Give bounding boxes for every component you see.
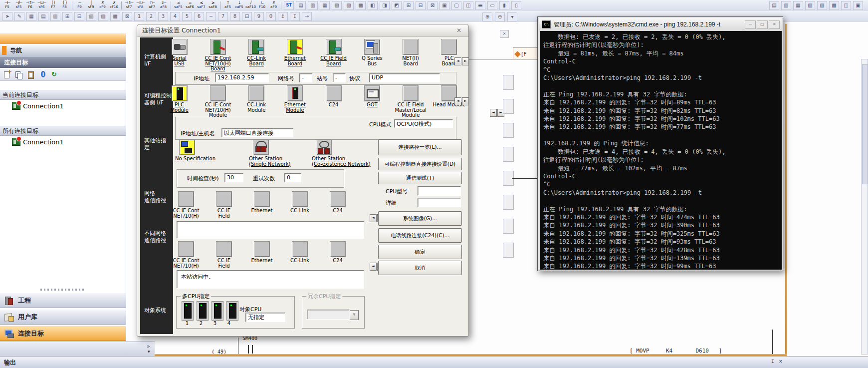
toolbar-icon[interactable]: → [302, 12, 312, 21]
toolbar-icon[interactable]: 1 [134, 12, 144, 21]
toolbar-icon[interactable]: ⊞ [404, 1, 414, 10]
toolbar-icon[interactable]: ◫ [463, 1, 473, 10]
retry-count-field[interactable]: 0 [284, 173, 301, 182]
editor-scroll-arrows[interactable]: ◄ ► [490, 109, 504, 117]
cpu-module-icon[interactable] [226, 301, 238, 321]
toolbar-icon[interactable]: ▤ [38, 12, 48, 21]
connection-list-item[interactable]: Connection1 [0, 137, 126, 147]
cpu-module-icon[interactable] [182, 301, 194, 321]
ip-address-field[interactable]: 192.168.2.59 [215, 73, 269, 82]
network-route-option[interactable]: CC IE Field [205, 191, 243, 219]
info-icon[interactable] [38, 70, 48, 80]
toolbar-icon[interactable]: 5 [182, 12, 192, 21]
station-option[interactable]: Other Station (Single Network) [248, 139, 311, 169]
toolbar-icon[interactable]: 2 [146, 12, 156, 21]
minimize-icon[interactable]: ─ [745, 20, 756, 29]
target-cpu-field[interactable]: 无指定 [245, 313, 285, 322]
toolbar-icon[interactable]: 8 [230, 12, 240, 21]
sidebar-collapse-row[interactable]: » ▾ [0, 342, 155, 357]
maximize-icon[interactable]: ▢ [757, 20, 768, 29]
network-route-option[interactable]: CC IE Field [205, 241, 243, 269]
scrollbar-thumb[interactable] [862, 64, 868, 184]
toolbar-icon[interactable]: ▧ [86, 12, 96, 21]
network-route-option[interactable]: CC IE Cont NET/10(H) [167, 191, 205, 219]
dialog-button[interactable]: 连接路径一览(L)... [378, 139, 462, 155]
toolbar-icon[interactable]: ◨ [380, 1, 390, 10]
network-route-option[interactable]: CC-Link [281, 241, 319, 269]
ladder-tool-F7[interactable]: ( )F7 [47, 0, 59, 10]
ladder-tool-F10[interactable]: ∟F10 [256, 0, 268, 10]
station-option[interactable]: No Specification [174, 139, 248, 169]
host-name-field[interactable]: 以太网端口直接连接 [221, 128, 293, 137]
copy-icon[interactable] [14, 70, 24, 80]
sidebar-item-project[interactable]: 工程 [0, 293, 126, 308]
cmd-title-bar[interactable]: C:\ 管理员: C:\Windows\system32\cmd.exe - p… [539, 18, 782, 31]
device-option[interactable]: PLC Board [430, 39, 468, 72]
toolbar-icon[interactable]: ▣ [439, 1, 449, 10]
ladder-tool-aF7[interactable]: ↾⊢aF7 [146, 0, 158, 10]
scroll-left-icon[interactable]: ◄ [370, 263, 377, 271]
toolbar-icon[interactable]: ▧ [332, 1, 342, 10]
toolbar-icon[interactable]: ▮ [499, 1, 509, 10]
program-tab[interactable]: [F [513, 47, 538, 60]
toolbar-icon[interactable]: ▢ [451, 1, 461, 10]
toolbar-icon[interactable]: ▦ [320, 1, 330, 10]
toolbar-icon[interactable]: ▦ [26, 12, 36, 21]
scroll-left-icon[interactable]: ◄ [370, 214, 377, 222]
network-route-option[interactable]: Ethernet [243, 191, 281, 219]
sidebar-item-connection[interactable]: 连接目标 [0, 326, 126, 341]
ladder-tool-aF9[interactable]: ✗aF9 [268, 0, 279, 10]
toolbar-icon[interactable]: ▭ [487, 1, 497, 10]
toolbar-icon[interactable]: ─ [206, 12, 216, 21]
ladder-tool-cF9[interactable]: ✗cF9 [97, 0, 108, 10]
dialog-button[interactable]: 通信测试(T) [378, 172, 462, 184]
toolbar-icon[interactable]: ⊠ [122, 12, 132, 21]
ladder-tool-sF5[interactable]: ⊣/⊢sF5 [13, 0, 24, 10]
toolbar-icon[interactable]: ◧ [368, 1, 378, 10]
scroll-left-icon[interactable]: ◄ [490, 109, 497, 117]
sidebar-item-library[interactable]: 用户库 [0, 309, 126, 325]
ladder-tool-saF8[interactable]: ≥saF8 [207, 0, 218, 10]
device-option[interactable]: PLC Module [160, 85, 199, 118]
dialog-title-bar[interactable]: 连接目标设置 Connection1 [137, 24, 468, 37]
dropdown-arrow-icon[interactable]: ▼ [350, 310, 359, 320]
network-route-option[interactable]: CC-Link [281, 191, 319, 219]
local-access-listbox[interactable]: 本站访问中。 [177, 270, 364, 289]
device-option[interactable]: CC-Link Board [237, 39, 276, 72]
scroll-right-icon[interactable]: ► [462, 57, 469, 65]
toolbar-icon[interactable]: ▥ [781, 1, 791, 10]
dialog-button[interactable]: 电话线路连接(C24)(C)... [378, 228, 462, 243]
ladder-tool-aF8[interactable]: ⇂⊢aF8 [158, 0, 169, 10]
caret-down-icon[interactable]: ▾ [148, 349, 150, 354]
panel-close-icon[interactable]: × [500, 30, 509, 38]
device-option[interactable]: Q Series Bus [353, 39, 391, 72]
detail-field[interactable] [418, 198, 461, 207]
toolbar-icon[interactable]: ▣ [853, 1, 863, 10]
network-route-option[interactable]: Ethernet [243, 241, 281, 269]
device-option[interactable]: CC IE Field Master/Local Module [392, 85, 430, 118]
device-option[interactable]: Ethernet Board [276, 39, 314, 72]
toolbar-icon[interactable]: ▨ [98, 12, 108, 21]
ladder-tool-caF10[interactable]: /caF10 [245, 0, 256, 10]
cpu-mode-field[interactable]: QCPU(Q模式) [394, 119, 453, 128]
toolbar-icon[interactable]: ⊡ [242, 12, 252, 21]
cpu-type-field[interactable] [418, 186, 461, 196]
network-route-option[interactable]: C24 [319, 241, 357, 269]
scroll-left-icon[interactable]: ◄ [454, 97, 461, 105]
toolbar-icon[interactable]: 6 [194, 12, 204, 21]
check-time-field[interactable]: 30 [224, 173, 243, 182]
toolbar-icon[interactable]: 0 [266, 12, 276, 21]
refresh-icon[interactable] [50, 70, 60, 80]
toolbar-icon[interactable]: ⊞ [62, 12, 72, 21]
plc-strip-scroll-arrows[interactable]: ◄ ► [454, 97, 469, 105]
cpu-module-icon[interactable] [197, 301, 209, 321]
network-route-option[interactable]: C24 [319, 191, 357, 219]
dialog-button[interactable]: 可编程控制器直接连接设置(D) [378, 158, 462, 170]
sidebar-splitter[interactable] [0, 288, 126, 292]
cpu-module-icon[interactable] [212, 301, 223, 321]
device-option[interactable]: CC-Link Module [237, 85, 276, 118]
network-no-field[interactable]: - [299, 73, 312, 82]
zoom-toolbar-icon[interactable]: ⊖ [495, 12, 505, 21]
editor-vertical-scrollbar[interactable] [861, 59, 868, 355]
device-option[interactable]: NET(II) Board [392, 39, 430, 72]
